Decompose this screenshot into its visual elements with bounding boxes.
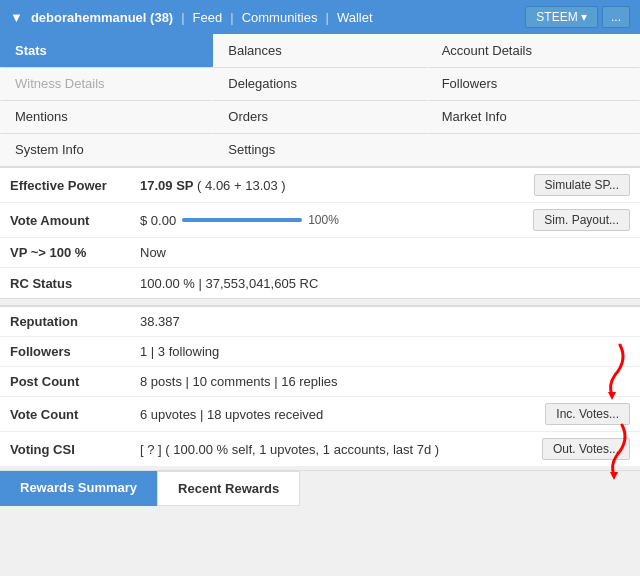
vote-amount-label: Vote Amount bbox=[10, 213, 140, 228]
communities-link[interactable]: Communities bbox=[242, 10, 318, 25]
recent-rewards-tab[interactable]: Recent Rewards bbox=[157, 471, 300, 506]
vote-dollar: $ 0.00 bbox=[140, 213, 176, 228]
bottom-tabs: Rewards Summary Recent Rewards bbox=[0, 470, 640, 506]
vote-amount-value: $ 0.00 100% bbox=[140, 213, 533, 228]
vp-value: Now bbox=[140, 245, 630, 260]
voting-csi-label: Voting CSI bbox=[10, 442, 140, 457]
nav-delegations[interactable]: Delegations bbox=[213, 67, 426, 100]
rewards-summary-tab[interactable]: Rewards Summary bbox=[0, 471, 157, 506]
effective-power-label: Effective Power bbox=[10, 178, 140, 193]
app-container: ▼ deborahemmanuel (38) | Feed | Communit… bbox=[0, 0, 640, 506]
reputation-row: Reputation 38.387 bbox=[0, 307, 640, 337]
vote-bar-container: $ 0.00 100% bbox=[140, 213, 533, 228]
inc-votes-button[interactable]: Inc. Votes... bbox=[545, 403, 630, 425]
followers-row: Followers 1 | 3 following bbox=[0, 337, 640, 367]
vote-count-value: 6 upvotes | 18 upvotes received bbox=[140, 407, 545, 422]
nav-balances[interactable]: Balances bbox=[213, 34, 426, 67]
section-separator bbox=[0, 298, 640, 306]
header-left: ▼ deborahemmanuel (38) | Feed | Communit… bbox=[10, 10, 373, 25]
vote-amount-row: Vote Amount $ 0.00 100% Sim. Payout... bbox=[0, 203, 640, 238]
nav-empty bbox=[427, 133, 640, 166]
header-right: STEEM ▾ ... bbox=[525, 6, 630, 28]
effective-power-action: Simulate SP... bbox=[534, 174, 630, 196]
voting-csi-value: [ ? ] ( 100.00 % self, 1 upvotes, 1 acco… bbox=[140, 442, 542, 457]
post-count-row: Post Count 8 posts | 10 comments | 16 re… bbox=[0, 367, 640, 397]
vp-row: VP ~> 100 % Now bbox=[0, 238, 640, 268]
voting-csi-row: Voting CSI [ ? ] ( 100.00 % self, 1 upvo… bbox=[0, 432, 640, 466]
nav-system-info[interactable]: System Info bbox=[0, 133, 213, 166]
vp-label: VP ~> 100 % bbox=[10, 245, 140, 260]
stats-section: Effective Power 17.09 SP ( 4.06 + 13.03 … bbox=[0, 167, 640, 298]
vote-count-label: Vote Count bbox=[10, 407, 140, 422]
post-count-label: Post Count bbox=[10, 374, 140, 389]
steem-button[interactable]: STEEM ▾ bbox=[525, 6, 598, 28]
nav-orders[interactable]: Orders bbox=[213, 100, 426, 133]
followers-label: Followers bbox=[10, 344, 140, 359]
nav-mentions[interactable]: Mentions bbox=[0, 100, 213, 133]
rc-status-label: RC Status bbox=[10, 276, 140, 291]
rc-status-value: 100.00 % | 37,553,041,605 RC bbox=[140, 276, 630, 291]
nav-settings[interactable]: Settings bbox=[213, 133, 426, 166]
nav-account-details[interactable]: Account Details bbox=[427, 34, 640, 67]
nav-market-info[interactable]: Market Info bbox=[427, 100, 640, 133]
more-options-button[interactable]: ... bbox=[602, 6, 630, 28]
post-count-value: 8 posts | 10 comments | 16 replies bbox=[140, 374, 630, 389]
vote-slider[interactable] bbox=[182, 218, 302, 222]
sim-payout-button[interactable]: Sim. Payout... bbox=[533, 209, 630, 231]
nav-stats[interactable]: Stats bbox=[0, 34, 213, 67]
dropdown-arrow-icon[interactable]: ▼ bbox=[10, 10, 23, 25]
vote-slider-fill bbox=[182, 218, 302, 222]
separator-2: | bbox=[230, 10, 233, 25]
vote-count-row: Vote Count 6 upvotes | 18 upvotes receiv… bbox=[0, 397, 640, 432]
effective-power-value: 17.09 SP ( 4.06 + 13.03 ) bbox=[140, 178, 534, 193]
vote-amount-action: Sim. Payout... bbox=[533, 209, 630, 231]
separator-3: | bbox=[325, 10, 328, 25]
reputation-section: Reputation 38.387 Followers 1 | 3 follow… bbox=[0, 306, 640, 466]
nav-followers[interactable]: Followers bbox=[427, 67, 640, 100]
voting-csi-action: Out. Votes... bbox=[542, 438, 630, 460]
reputation-value: 38.387 bbox=[140, 314, 630, 329]
feed-link[interactable]: Feed bbox=[193, 10, 223, 25]
reputation-label: Reputation bbox=[10, 314, 140, 329]
vote-pct: 100% bbox=[308, 213, 339, 227]
followers-value: 1 | 3 following bbox=[140, 344, 630, 359]
wallet-link[interactable]: Wallet bbox=[337, 10, 373, 25]
out-votes-button[interactable]: Out. Votes... bbox=[542, 438, 630, 460]
header-bar: ▼ deborahemmanuel (38) | Feed | Communit… bbox=[0, 0, 640, 34]
effective-power-row: Effective Power 17.09 SP ( 4.06 + 13.03 … bbox=[0, 168, 640, 203]
simulate-sp-button[interactable]: Simulate SP... bbox=[534, 174, 630, 196]
separator-1: | bbox=[181, 10, 184, 25]
nav-menu: Stats Balances Account Details Witness D… bbox=[0, 34, 640, 167]
username[interactable]: deborahemmanuel (38) bbox=[31, 10, 173, 25]
nav-witness-details: Witness Details bbox=[0, 67, 213, 100]
vote-count-action: Inc. Votes... bbox=[545, 403, 630, 425]
rc-status-row: RC Status 100.00 % | 37,553,041,605 RC bbox=[0, 268, 640, 298]
